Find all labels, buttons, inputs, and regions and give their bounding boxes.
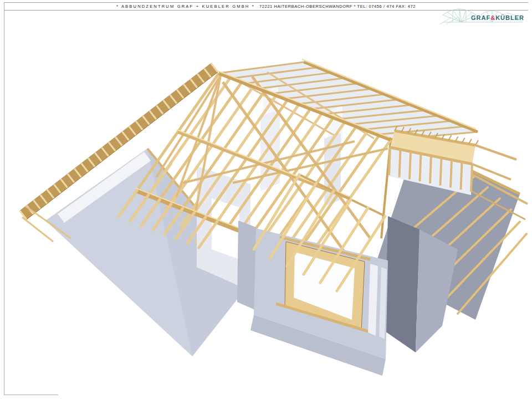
front-dormer xyxy=(237,175,388,376)
roof-frame-illustration xyxy=(0,0,532,399)
